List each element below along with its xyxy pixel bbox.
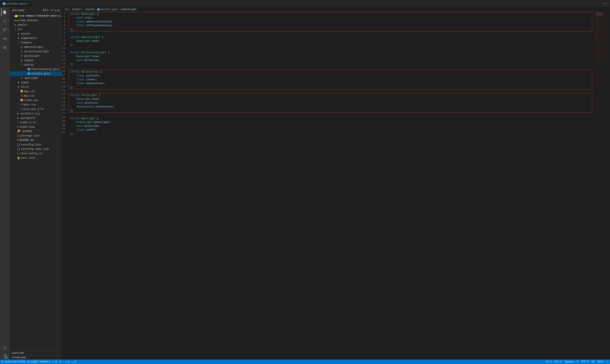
- timeline-header[interactable]: ▶ TIMELINE: [10, 355, 62, 360]
- code-line: };: [70, 43, 591, 47]
- tree-shaders[interactable]: ▾ shaders: [10, 40, 62, 45]
- folder-icon-root: 📁: [14, 14, 18, 18]
- line-number: 2: [62, 16, 67, 20]
- tree-readme[interactable]: ▶ M README.md: [10, 138, 62, 142]
- tree-utils[interactable]: ▶ utils: [10, 85, 62, 89]
- tree-license[interactable]: ▶ 🔑 LICENSE: [10, 129, 62, 133]
- code-line: vec3 color;: [70, 16, 590, 20]
- tree-app-css[interactable]: ▶ 🎨 App.css: [10, 89, 62, 93]
- tree-ambientlight[interactable]: ▶ ambientLight: [10, 45, 62, 49]
- tree-spotlight[interactable]: ▶ spotLight: [10, 76, 62, 80]
- new-file-icon[interactable]: þ]+: [43, 9, 49, 12]
- code-line: float diffuseIntensity;: [70, 24, 590, 27]
- tree-tsconfig-node[interactable]: ▶ {} tsconfig.node.json: [10, 147, 62, 151]
- tree-arrow-shared: ▾: [20, 64, 23, 66]
- root-label: VITE-THREEJS-TYPESCRIPT-REACT-GLSL-START…: [19, 15, 62, 17]
- vite-env-label: vite-env.d.ts: [23, 108, 44, 111]
- activity-search[interactable]: [1, 17, 9, 25]
- tree-directionallight[interactable]: ▶ directionalLight: [10, 49, 62, 54]
- activity-extensions[interactable]: [1, 44, 9, 52]
- tree-yarn-lock[interactable]: ▶ 🔒 yarn.lock: [10, 156, 62, 160]
- refresh-icon[interactable]: ↺: [55, 9, 56, 12]
- tree-index-dts[interactable]: ▶ TS index.d.ts: [10, 120, 62, 125]
- tree-functionality[interactable]: ▶ GL functionality.glsl: [10, 67, 62, 71]
- directionallight-label: directionalLight: [24, 50, 49, 53]
- code-line: struct Attenuation {: [70, 70, 590, 74]
- status-line-col[interactable]: Ln 1, Col 1: [546, 360, 562, 363]
- tree-structs[interactable]: ▶ GL structs.glsl: [10, 71, 62, 76]
- tab-bar: GL structs.glsl × ⊟ ⋯: [0, 0, 610, 7]
- outline-header[interactable]: ▶ OUTLINE: [10, 351, 62, 355]
- status-language[interactable]: GLSL: [598, 360, 604, 363]
- tree-src[interactable]: ▾ src: [10, 27, 62, 31]
- breadcrumb-src[interactable]: src: [65, 8, 69, 11]
- breadcrumb-file[interactable]: structs.glsl: [101, 8, 118, 11]
- tree-eslintrc[interactable]: ▶ ⚙ .eslintrc.cjs: [10, 111, 62, 116]
- tree-arrow-node-modules: ▶: [14, 19, 17, 22]
- folder-icon-node-modules: ▶: [17, 19, 19, 22]
- status-feedback-icon[interactable]: ☺: [607, 360, 608, 363]
- line-number: 4: [62, 23, 67, 27]
- tree-arrow-sample: ▶: [20, 59, 23, 62]
- tree-arrow-public: ▶: [14, 24, 17, 26]
- activity-explorer[interactable]: [1, 9, 9, 16]
- tree-package-json[interactable]: ▶ {} package.json: [10, 133, 62, 138]
- activity-debug[interactable]: [1, 35, 9, 42]
- breadcrumb-shaders[interactable]: shaders: [72, 8, 82, 11]
- shared-label: shared: [24, 63, 34, 66]
- collapse-all-icon[interactable]: ⊟: [58, 9, 60, 12]
- activity-settings[interactable]: 1: [1, 352, 9, 360]
- svg-point-20: [2, 361, 3, 362]
- tree-shared[interactable]: ▾ shared: [10, 63, 62, 67]
- editor-content[interactable]: 1234567891011121314151617181920212223242…: [62, 12, 610, 360]
- status-errors[interactable]: ⚠ 0: [65, 360, 69, 364]
- tree-index-html[interactable]: ▶ ◇ index.html: [10, 125, 62, 129]
- components-label: components: [21, 37, 37, 40]
- svg-point-6: [6, 39, 7, 39]
- tree-index-css[interactable]: ▶ 🎨 index.css: [10, 98, 62, 102]
- tree-assets[interactable]: ▶ assets: [10, 31, 62, 36]
- line-number: 17: [62, 73, 67, 77]
- breadcrumb-symbol[interactable]: BaseLight: [124, 8, 137, 11]
- active-tab[interactable]: GL structs.glsl ×: [0, 0, 31, 7]
- tree-arrow-shaders: ▾: [17, 41, 20, 44]
- activity-source-control[interactable]: [1, 26, 9, 34]
- tree-vite-env[interactable]: ▶ TS vite-env.d.ts: [10, 107, 62, 111]
- new-folder-icon[interactable]: □+: [50, 9, 54, 12]
- sidebar-header-icons: þ]+ □+ ↺ ⊟: [43, 9, 60, 12]
- status-branch[interactable]: tutorial/three-js/light-shaders: [2, 360, 50, 363]
- tree-vite-config[interactable]: ▶ TS vite.config.ts: [10, 151, 62, 156]
- tree-sample[interactable]: ▶ sample: [10, 58, 62, 63]
- tree-types[interactable]: ▶ types: [10, 80, 62, 85]
- status-sync[interactable]: ↻ 0↓ 2↑: [52, 360, 62, 364]
- split-editor-icon[interactable]: ⊟: [604, 2, 605, 5]
- package-json-label: package.json: [21, 134, 40, 137]
- breadcrumb-shared[interactable]: shared: [85, 8, 94, 11]
- tree-root[interactable]: ▾ 📁 VITE-THREEJS-TYPESCRIPT-REACT-GLSL-S…: [10, 14, 62, 18]
- code-editor[interactable]: struct BaseLight { vec3 color; float amb…: [67, 12, 594, 360]
- tree-tsconfig[interactable]: ▶ {} tsconfig.json: [10, 142, 62, 147]
- utils-label: utils: [21, 85, 29, 89]
- status-encoding[interactable]: UTF-8: [581, 360, 589, 363]
- tree-arrow-components: ▶: [17, 37, 20, 39]
- status-warnings[interactable]: △ 0: [72, 360, 76, 364]
- tree-pointlight[interactable]: ▶ pointLight: [10, 54, 62, 58]
- tree-app-tsx[interactable]: ▶ TS App.tsx: [10, 93, 62, 98]
- code-line: vec3 direction;: [70, 124, 591, 128]
- more-actions-icon[interactable]: ⋯: [607, 2, 608, 5]
- json-icon-tsconfig-node: {}: [17, 147, 20, 151]
- code-line: struct PointLight {: [70, 93, 590, 97]
- status-line-ending[interactable]: LF: [592, 360, 595, 363]
- tab-close-button[interactable]: ×: [27, 2, 29, 5]
- tree-components[interactable]: ▶ components: [10, 36, 62, 40]
- tree-gitignore[interactable]: ▶ ◎ .gitignore: [10, 116, 62, 120]
- code-line: [70, 47, 591, 51]
- tree-public[interactable]: ▶ public: [10, 23, 62, 27]
- status-spaces[interactable]: Spaces: 4: [565, 360, 578, 363]
- svg-rect-17: [594, 12, 609, 32]
- activity-account[interactable]: [1, 344, 9, 351]
- tree-node-modules[interactable]: ▶ ▶ node_modules: [10, 18, 62, 23]
- line-number: 25: [62, 104, 67, 108]
- tree-main-tsx[interactable]: ▶ TS main.tsx: [10, 102, 62, 107]
- line-number: 14: [62, 62, 67, 65]
